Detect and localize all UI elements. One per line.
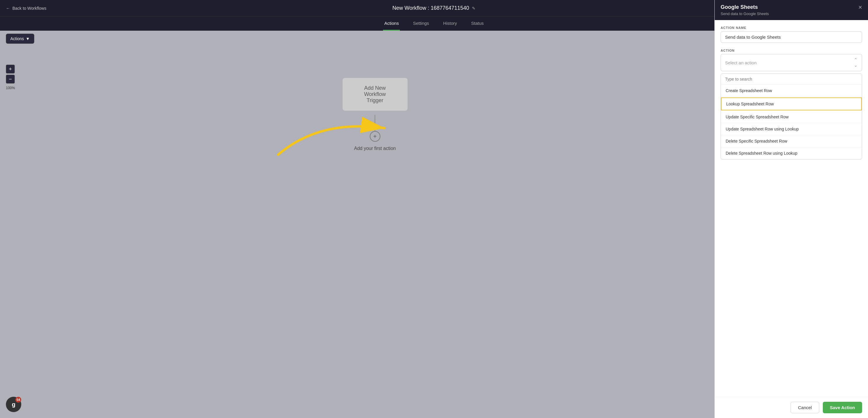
add-circle-plus-icon: +	[373, 133, 377, 140]
workflow-title-text: New Workflow : 1687764711540	[393, 5, 469, 11]
zoom-out-button[interactable]: −	[6, 75, 15, 84]
action-name-input[interactable]	[721, 31, 862, 43]
panel-title: Google Sheets	[721, 4, 769, 10]
dropdown-item-lookup[interactable]: Lookup Spreadsheet Row	[721, 97, 862, 110]
trigger-box-text: Add New Workflow Trigger	[364, 85, 386, 103]
panel-body: ACTION NAME ACTION Select an action ⌃⌄ C…	[715, 20, 868, 397]
actions-dropdown-button[interactable]: Actions ▼	[6, 34, 34, 44]
actions-dropdown-label: Actions	[10, 36, 24, 41]
action-search-input[interactable]	[721, 74, 862, 85]
actions-dropdown-chevron-icon: ▼	[26, 36, 30, 41]
dropdown-item-delete-lookup[interactable]: Delete Spreadsheet Row using Lookup	[721, 147, 862, 159]
workflow-title-container: New Workflow : 1687764711540 ✎	[393, 5, 476, 11]
action-field-label: ACTION	[721, 49, 862, 52]
zoom-in-button[interactable]: +	[6, 65, 15, 73]
tab-history[interactable]: History	[442, 17, 458, 31]
back-arrow-icon: ←	[6, 6, 10, 11]
panel-footer: Cancel Save Action	[715, 397, 868, 418]
cancel-button[interactable]: Cancel	[790, 402, 819, 413]
tab-actions[interactable]: Actions	[383, 17, 400, 31]
right-panel: Google Sheets Send data to Google Sheets…	[714, 0, 868, 418]
zoom-level: 100%	[6, 86, 15, 90]
tab-settings[interactable]: Settings	[412, 17, 430, 31]
panel-close-button[interactable]: ×	[858, 4, 862, 11]
panel-header-info: Google Sheets Send data to Google Sheets	[721, 4, 769, 16]
avatar-notification-badge: 54	[16, 397, 21, 403]
back-label: Back to Workflows	[12, 6, 46, 11]
action-select-box[interactable]: Select an action ⌃⌄	[721, 54, 862, 71]
save-action-button[interactable]: Save Action	[823, 402, 862, 413]
back-to-workflows-button[interactable]: ← Back to Workflows	[6, 6, 46, 11]
panel-subtitle: Send data to Google Sheets	[721, 11, 769, 16]
dropdown-item-update-specific[interactable]: Update Specific Spreadsheet Row	[721, 111, 862, 123]
dropdown-item-create[interactable]: Create Spreadsheet Row	[721, 85, 862, 97]
trigger-box[interactable]: Add New Workflow Trigger	[343, 78, 408, 111]
action-dropdown-list: Create Spreadsheet Row Lookup Spreadshee…	[721, 73, 862, 159]
action-select-placeholder: Select an action	[725, 60, 757, 65]
connector-line	[374, 115, 375, 131]
add-action-circle-button[interactable]: +	[370, 131, 380, 142]
actions-dropdown-wrapper: Actions ▼	[6, 34, 34, 44]
panel-header: Google Sheets Send data to Google Sheets…	[715, 0, 868, 20]
dropdown-item-update-lookup[interactable]: Update Spreadsheet Row using Lookup	[721, 123, 862, 135]
avatar[interactable]: g 54	[6, 397, 21, 412]
edit-title-icon[interactable]: ✎	[472, 6, 475, 11]
tab-status[interactable]: Status	[470, 17, 485, 31]
dropdown-item-delete-specific[interactable]: Delete Specific Spreadsheet Row	[721, 135, 862, 147]
action-select-chevron-icon: ⌃⌄	[854, 57, 858, 68]
action-name-label: ACTION NAME	[721, 26, 862, 30]
avatar-letter: g	[12, 401, 16, 408]
add-first-action-label: Add your first action	[354, 146, 396, 151]
zoom-controls: + − 100%	[6, 65, 15, 90]
